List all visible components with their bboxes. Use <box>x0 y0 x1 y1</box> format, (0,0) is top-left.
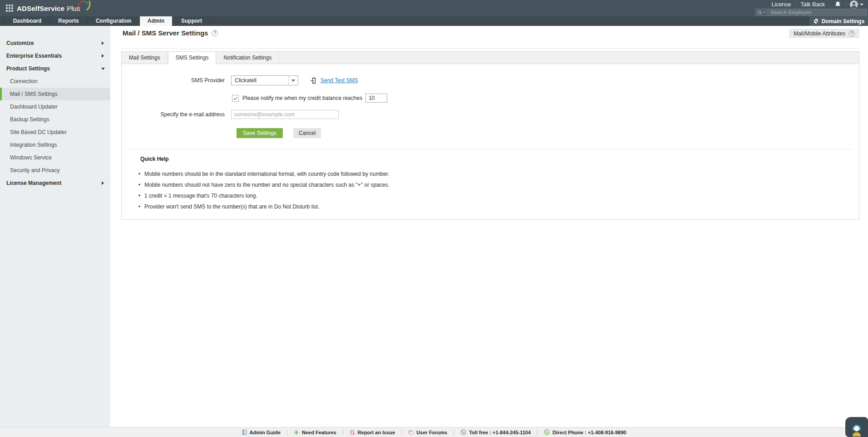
sms-provider-select[interactable]: Clickatell <box>231 75 298 85</box>
nav-tab-support[interactable]: Support <box>173 16 211 26</box>
sidebar-item-integration-settings[interactable]: Integration Settings <box>0 139 110 151</box>
sidebar-item-label: Backup Settings <box>10 116 49 123</box>
email-field[interactable] <box>231 110 339 119</box>
title-divider <box>121 49 859 49</box>
sidebar-item-connection[interactable]: Connection <box>0 75 110 88</box>
credit-notify-checkbox[interactable] <box>232 95 239 102</box>
phone-icon <box>544 429 550 435</box>
footer-link-label: User Forums <box>416 430 447 435</box>
sms-provider-label: SMS Provider <box>122 77 225 84</box>
support-agent-icon <box>849 423 864 437</box>
footer-link-label: Report an Issue <box>358 430 395 435</box>
sidebar-item-windows-service[interactable]: Windows Service <box>0 151 110 164</box>
send-to-phone-icon[interactable] <box>310 77 317 84</box>
top-bar: ADSelfService Plus License Talk Back <box>0 0 868 16</box>
gear-icon <box>813 18 819 24</box>
report-an-issue-link[interactable]: Report an Issue <box>343 430 402 435</box>
form-actions-row: Save Settings Cancel <box>122 128 859 138</box>
page-title: Mail / SMS Server Settings <box>123 29 208 37</box>
mail-mobile-attributes-button[interactable]: Mail/Mobile Attributes ? <box>789 29 859 38</box>
sidebar-item-customize[interactable]: Customize <box>0 37 110 50</box>
sidebar-item-label: Customize <box>6 40 34 46</box>
direct-phone[interactable]: Direct Phone : +1-408-916-9890 <box>538 429 632 435</box>
license-link[interactable]: License <box>767 1 795 8</box>
sidebar: Customize Enterprise Essentials Product … <box>0 26 110 427</box>
attributes-help-icon[interactable]: ? <box>848 30 855 37</box>
cancel-button[interactable]: Cancel <box>293 128 321 138</box>
chevron-right-icon <box>102 41 104 45</box>
report-icon <box>350 430 355 435</box>
quick-help-list: Mobile numbers should be in the standard… <box>138 169 845 212</box>
chevron-down-icon <box>101 68 105 70</box>
sms-provider-value: Clickatell <box>235 77 256 84</box>
attributes-button-label: Mail/Mobile Attributes <box>794 30 845 37</box>
nav-tab-dashboard[interactable]: Dashboard <box>5 16 50 26</box>
chevron-down-icon <box>860 4 863 5</box>
brand-name: ADSelfService <box>17 5 64 12</box>
user-forums-link[interactable]: User Forums <box>402 430 454 435</box>
sidebar-item-label: Windows Service <box>10 154 52 161</box>
sidebar-item-label: Site Based DC Updater <box>10 129 67 135</box>
sidebar-item-security-and-privacy[interactable]: Security and Privacy <box>0 164 110 177</box>
chevron-down-icon <box>763 12 766 13</box>
domain-settings-button[interactable]: Domain Settings <box>809 16 868 26</box>
quick-help-item: Mobile numbers should be in the standard… <box>138 169 845 179</box>
domain-settings-label: Domain Settings <box>822 18 865 25</box>
search-input[interactable] <box>768 10 867 15</box>
sidebar-item-label: Integration Settings <box>10 142 57 148</box>
tab-sms-settings[interactable]: SMS Settings <box>168 52 217 64</box>
tab-notification-settings[interactable]: Notification Settings <box>216 52 279 64</box>
sidebar-item-license-management[interactable]: License Management <box>0 177 110 189</box>
credit-notify-row: Please notify me when my credit balance … <box>122 94 859 103</box>
chevron-right-icon <box>102 181 104 185</box>
chevron-down-icon <box>288 76 298 85</box>
footer: Admin Guide Need Features Report an Issu… <box>0 427 868 437</box>
sidebar-item-product-settings[interactable]: Product Settings <box>0 62 110 75</box>
phone-icon <box>460 429 466 435</box>
sidebar-item-label: Security and Privacy <box>10 167 59 174</box>
sidebar-item-dashboard-updater[interactable]: Dashboard Updater <box>0 100 110 113</box>
email-row: Specify the e-mail address <box>122 110 859 119</box>
sidebar-item-backup-settings[interactable]: Backup Settings <box>0 113 110 126</box>
page-help-icon[interactable]: ? <box>212 30 218 36</box>
save-settings-button[interactable]: Save Settings <box>237 128 283 138</box>
brand-arc-icon <box>77 0 91 12</box>
nav-tab-configuration[interactable]: Configuration <box>88 16 140 26</box>
toll-free-phone[interactable]: Toll free : +1-844-245-1104 <box>454 429 537 435</box>
sidebar-item-label: Connection <box>10 78 38 84</box>
search-icon[interactable] <box>756 9 768 15</box>
credit-threshold-input[interactable] <box>365 94 387 103</box>
sidebar-item-label: Enterprise Essentials <box>6 53 62 59</box>
main-content: Mail / SMS Server Settings ? Mail/Mobile… <box>110 26 868 427</box>
main-nav: Dashboard Reports Configuration Admin Su… <box>0 16 868 26</box>
sidebar-item-enterprise-essentials[interactable]: Enterprise Essentials <box>0 50 110 62</box>
sms-provider-row: SMS Provider Clickatell Send Test SMS <box>122 75 859 85</box>
topbar-links: License Talk Back <box>767 0 864 9</box>
quick-help-item: 1 credit = 1 message that's 70 character… <box>138 190 845 201</box>
app-launcher-icon[interactable] <box>6 5 13 12</box>
sidebar-item-site-based-dc-updater[interactable]: Site Based DC Updater <box>0 126 110 139</box>
forum-icon <box>408 430 414 435</box>
need-features-link[interactable]: Need Features <box>287 430 343 435</box>
support-chat-button[interactable] <box>845 417 868 437</box>
nav-tab-admin[interactable]: Admin <box>140 16 173 26</box>
sidebar-item-mail-sms-settings[interactable]: Mail / SMS Settings <box>0 88 110 100</box>
chevron-right-icon <box>102 54 104 58</box>
quick-help-item: Mobile numbers should not have zero to t… <box>138 179 845 190</box>
nav-tab-reports[interactable]: Reports <box>50 16 88 26</box>
settings-card: Mail Settings SMS Settings Notification … <box>121 51 859 220</box>
user-avatar-menu[interactable] <box>846 0 864 9</box>
checkmark-icon <box>233 96 238 101</box>
notifications-bell-icon[interactable] <box>830 1 846 8</box>
brand-logo: ADSelfService Plus <box>17 0 91 16</box>
user-avatar-icon <box>850 0 858 9</box>
talk-back-link[interactable]: Talk Back <box>796 1 830 8</box>
tab-mail-settings[interactable]: Mail Settings <box>122 52 168 64</box>
quick-help-item: Provider won't send SMS to the number(s)… <box>138 201 845 212</box>
sidebar-item-label: Product Settings <box>6 65 50 72</box>
send-test-sms-link[interactable]: Send Test SMS <box>321 77 358 84</box>
employee-search <box>755 9 867 16</box>
credit-notify-label: Please notify me when my credit balance … <box>242 95 362 101</box>
admin-guide-link[interactable]: Admin Guide <box>236 429 287 435</box>
footer-link-label: Admin Guide <box>250 430 281 435</box>
